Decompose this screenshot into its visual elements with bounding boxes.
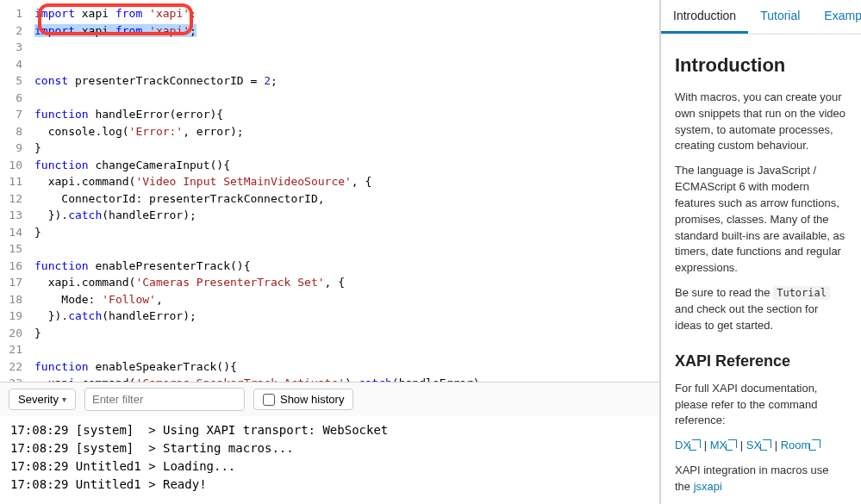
line-number: 17 xyxy=(0,274,34,291)
line-number: 10 xyxy=(0,157,34,174)
editor-line[interactable]: 15 xyxy=(0,240,659,258)
line-number: 2 xyxy=(0,22,34,40)
line-number: 11 xyxy=(0,173,34,190)
filter-input[interactable] xyxy=(84,388,245,411)
line-code[interactable]: function handleError(error){ xyxy=(34,106,659,123)
console-output: 17:08:29 [system] > Using XAPI transport… xyxy=(0,416,659,504)
checkbox-icon xyxy=(263,394,275,406)
line-code[interactable] xyxy=(34,39,659,56)
tab-introduction[interactable]: Introduction xyxy=(661,0,748,34)
tutorial-inline-code: Tutorial xyxy=(773,286,830,300)
editor-line[interactable]: 18 Mode: 'Follow', xyxy=(0,291,659,308)
line-number: 7 xyxy=(0,106,34,123)
line-number: 23 xyxy=(0,375,34,382)
console-toolbar: Severity Show history xyxy=(0,382,659,416)
external-link-icon xyxy=(692,439,701,448)
doc-panel: Introduction With macros, you can create… xyxy=(661,34,861,504)
doc-paragraph: XAPI integration in macros use the jsxap… xyxy=(675,463,847,495)
editor-line[interactable]: 10function changeCameraInput(){ xyxy=(0,157,659,174)
editor-line[interactable]: 22function enableSpeakerTrack(){ xyxy=(0,358,659,376)
editor-line[interactable]: 16function enablePresenterTrack(){ xyxy=(0,258,659,275)
editor-line[interactable]: 21 xyxy=(0,341,659,358)
line-code[interactable]: } xyxy=(34,224,659,241)
editor-line[interactable]: 13 }).catch(handleError); xyxy=(0,207,659,224)
line-code[interactable]: function changeCameraInput(){ xyxy=(34,157,659,174)
editor-line[interactable]: 4 xyxy=(0,56,659,73)
severity-dropdown[interactable]: Severity xyxy=(9,389,76,410)
line-number: 15 xyxy=(0,240,34,258)
line-number: 3 xyxy=(0,39,34,56)
line-code[interactable]: ConnectorId: presenterTrackConnectorID, xyxy=(34,190,659,208)
line-code[interactable]: xapi.command('Cameras PresenterTrack Set… xyxy=(34,274,659,291)
editor-line[interactable]: 17 xapi.command('Cameras PresenterTrack … xyxy=(0,274,659,291)
line-code[interactable]: } xyxy=(34,325,659,342)
line-code[interactable]: function enablePresenterTrack(){ xyxy=(34,258,659,275)
line-number: 22 xyxy=(0,358,34,376)
line-number: 4 xyxy=(0,56,34,73)
line-code[interactable]: xapi.command('Cameras SpeakerTrack Activ… xyxy=(34,375,659,382)
link-room[interactable]: Room xyxy=(781,439,821,451)
editor-line[interactable]: 11 xapi.command('Video Input SetMainVide… xyxy=(0,173,659,190)
show-history-label: Show history xyxy=(280,393,344,406)
line-number: 18 xyxy=(0,291,34,308)
doc-paragraph: The language is JavaScript / ECMAScript … xyxy=(675,163,847,277)
line-code[interactable]: xapi.command('Video Input SetMainVideoSo… xyxy=(34,173,659,190)
line-number: 13 xyxy=(0,207,34,224)
link-sx[interactable]: SX xyxy=(746,439,771,451)
line-number: 21 xyxy=(0,341,34,358)
doc-links: DX | MX | SX | Room xyxy=(675,438,847,454)
show-history-toggle[interactable]: Show history xyxy=(253,389,353,410)
line-number: 8 xyxy=(0,123,34,140)
line-number: 5 xyxy=(0,72,34,90)
line-code[interactable]: console.log('Error:', error); xyxy=(34,123,659,140)
editor-line[interactable]: 5const presenterTrackConnectorID = 2; xyxy=(0,72,659,90)
doc-heading: Introduction xyxy=(675,52,847,79)
external-link-icon xyxy=(763,439,771,448)
external-link-icon xyxy=(812,439,820,448)
editor-line[interactable]: 8 console.log('Error:', error); xyxy=(0,123,659,140)
external-link-icon xyxy=(728,439,737,448)
doc-subheading: XAPI Reference xyxy=(675,350,847,372)
line-number: 6 xyxy=(0,90,34,107)
line-code[interactable] xyxy=(34,341,659,358)
line-code[interactable] xyxy=(34,240,659,258)
doc-paragraph: Be sure to read the Tutorial and check o… xyxy=(675,285,847,334)
line-code[interactable]: import xapi from 'xapi'; xyxy=(34,5,659,22)
doc-tabs: IntroductionTutorialExamples xyxy=(661,0,861,34)
editor-line[interactable]: 23 xapi.command('Cameras SpeakerTrack Ac… xyxy=(0,375,659,382)
editor-line[interactable]: 3 xyxy=(0,39,659,56)
line-number: 14 xyxy=(0,224,34,241)
line-code[interactable]: } xyxy=(34,140,659,157)
line-code[interactable]: import xapi from 'xapi'; xyxy=(34,22,659,40)
link-mx[interactable]: MX xyxy=(710,439,738,451)
line-number: 19 xyxy=(0,308,34,325)
doc-paragraph: For full XAPI documentation, please refe… xyxy=(675,381,847,430)
tab-tutorial[interactable]: Tutorial xyxy=(748,0,812,34)
editor-line[interactable]: 19 }).catch(handleError); xyxy=(0,308,659,325)
line-number: 20 xyxy=(0,325,34,342)
line-number: 16 xyxy=(0,258,34,275)
line-number: 1 xyxy=(0,5,34,22)
line-code[interactable] xyxy=(34,90,659,107)
line-number: 9 xyxy=(0,140,34,157)
editor-line[interactable]: 20} xyxy=(0,325,659,342)
link-jsxapi[interactable]: jsxapi xyxy=(694,480,722,493)
line-code[interactable]: const presenterTrackConnectorID = 2; xyxy=(34,72,659,90)
code-editor[interactable]: 1import xapi from 'xapi';2import xapi fr… xyxy=(0,0,659,382)
editor-line[interactable]: 7function handleError(error){ xyxy=(0,106,659,123)
link-dx[interactable]: DX xyxy=(675,439,701,451)
tab-examples[interactable]: Examples xyxy=(812,0,861,34)
line-code[interactable]: Mode: 'Follow', xyxy=(34,291,659,308)
line-code[interactable] xyxy=(34,56,659,73)
line-number: 12 xyxy=(0,190,34,208)
line-code[interactable]: }).catch(handleError); xyxy=(34,308,659,325)
editor-line[interactable]: 2import xapi from 'xapi'; xyxy=(0,22,659,40)
editor-line[interactable]: 9} xyxy=(0,140,659,157)
editor-line[interactable]: 14} xyxy=(0,224,659,241)
editor-line[interactable]: 12 ConnectorId: presenterTrackConnectorI… xyxy=(0,190,659,208)
doc-paragraph: With macros, you can create your own sni… xyxy=(675,90,847,154)
line-code[interactable]: }).catch(handleError); xyxy=(34,207,659,224)
line-code[interactable]: function enableSpeakerTrack(){ xyxy=(34,358,659,376)
editor-line[interactable]: 6 xyxy=(0,90,659,107)
editor-line[interactable]: 1import xapi from 'xapi'; xyxy=(0,5,659,22)
